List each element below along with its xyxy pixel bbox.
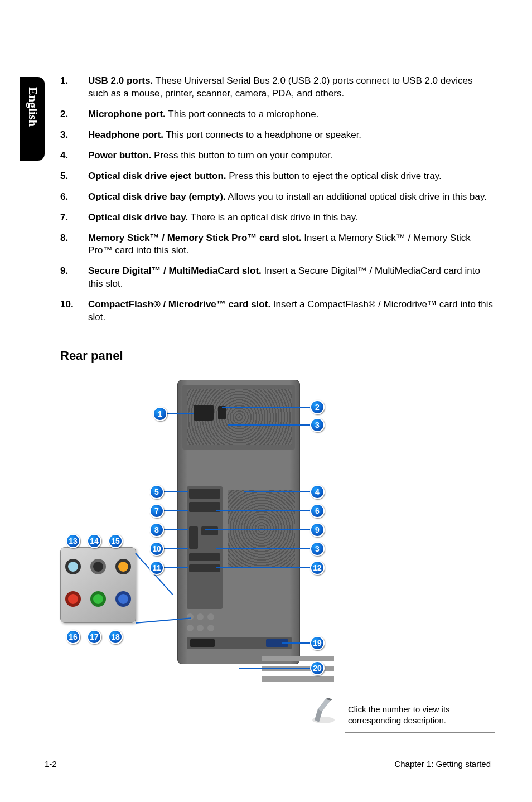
chapter-title: Chapter 1: Getting started	[394, 759, 491, 769]
list-item: 7.Optical disk drive bay. There is an op…	[60, 211, 495, 224]
item-number: 2.	[60, 108, 88, 121]
callout-leader	[164, 548, 188, 549]
callout-20[interactable]: 20	[310, 661, 325, 675]
usb-ports-icon	[189, 553, 220, 561]
language-tab: English	[20, 77, 45, 161]
callout-9[interactable]: 9	[310, 523, 325, 537]
item-number: 3.	[60, 129, 88, 142]
hdmi-port-icon	[201, 526, 218, 535]
audio-jack-lineout-icon	[90, 591, 106, 607]
callout-leader	[239, 668, 311, 669]
callout-leader	[282, 642, 310, 644]
list-item: 9.Secure Digital™ / MultiMediaCard slot.…	[60, 265, 495, 291]
callout-leader	[228, 424, 310, 426]
callout-2[interactable]: 2	[310, 400, 325, 414]
item-text: Secure Digital™ / MultiMediaCard slot. I…	[88, 265, 495, 291]
callout-17[interactable]: 17	[87, 630, 101, 644]
callout-leader	[166, 413, 194, 414]
audio-jack-center-sub-icon	[115, 559, 131, 574]
callout-12[interactable]: 12	[310, 561, 325, 575]
callout-leader	[164, 510, 188, 511]
callout-8[interactable]: 8	[149, 523, 164, 537]
callout-3b[interactable]: 3	[310, 542, 325, 556]
callout-leader	[216, 548, 310, 549]
callout-13[interactable]: 13	[66, 534, 80, 548]
list-item: 6.Optical disk drive bay (empty). Allows…	[60, 191, 495, 204]
audio-jack-mic-icon	[65, 591, 81, 607]
note-text: Click the number to view its correspondi…	[345, 698, 495, 733]
list-item: 2.Microphone port. This port connects to…	[60, 108, 495, 121]
item-number: 10.	[60, 298, 88, 324]
item-number: 5.	[60, 170, 88, 183]
callout-16[interactable]: 16	[66, 630, 80, 644]
svg-marker-2	[318, 699, 330, 711]
item-text: Optical disk drive eject button. Press t…	[88, 170, 495, 183]
callout-leader	[164, 567, 188, 568]
list-item: 4.Power button. Press this button to tur…	[60, 149, 495, 162]
callout-leader	[205, 529, 310, 530]
lan-port-icon	[189, 564, 220, 572]
page-number: 1-2	[45, 759, 57, 769]
callout-5[interactable]: 5	[149, 485, 164, 499]
callout-leader	[216, 510, 310, 511]
callout-6[interactable]: 6	[310, 504, 325, 518]
item-number: 8.	[60, 232, 88, 258]
callout-14[interactable]: 14	[87, 534, 101, 548]
item-number: 1.	[60, 75, 88, 100]
callout-3[interactable]: 3	[310, 418, 325, 432]
item-text: CompactFlash® / Microdrive™ card slot. I…	[88, 298, 495, 324]
item-text: USB 2.0 ports. These Universal Serial Bu…	[88, 75, 495, 100]
language-tab-label: English	[26, 87, 40, 127]
callout-7[interactable]: 7	[149, 504, 164, 518]
callout-4[interactable]: 4	[310, 485, 325, 499]
pencil-note-icon	[310, 698, 337, 724]
vga-port-icon	[189, 526, 198, 549]
list-item: 1.USB 2.0 ports. These Universal Serial …	[60, 75, 495, 100]
expansion-slot	[262, 676, 334, 682]
audio-closeup-panel	[60, 547, 136, 623]
item-text: Headphone port. This port connects to a …	[88, 129, 495, 142]
item-text: Memory Stick™ / Memory Stick Pro™ card s…	[88, 232, 495, 258]
graphics-card-bracket	[187, 637, 292, 649]
io-panel	[187, 486, 223, 609]
item-number: 7.	[60, 211, 88, 224]
ps2-port-icon	[189, 489, 220, 499]
audio-jack-side-speaker-icon	[65, 559, 81, 574]
callout-11[interactable]: 11	[149, 561, 164, 575]
item-number: 9.	[60, 265, 88, 291]
item-text: Optical disk drive bay (empty). Allows y…	[88, 191, 495, 204]
callout-leader	[164, 529, 188, 530]
dvi-port-icon	[189, 502, 220, 512]
audio-jack-rear-speaker-icon	[90, 559, 106, 574]
item-text: Power button. Press this button to turn …	[88, 149, 495, 162]
front-panel-list: 1.USB 2.0 ports. These Universal Serial …	[60, 75, 495, 324]
tower-illustration	[177, 380, 300, 664]
callout-1[interactable]: 1	[153, 407, 167, 421]
expansion-slot	[262, 656, 334, 661]
audio-port-cluster	[187, 613, 216, 634]
callout-15[interactable]: 15	[108, 534, 123, 548]
content-area: 1.USB 2.0 ports. These Universal Serial …	[60, 75, 495, 692]
callout-18[interactable]: 18	[108, 630, 123, 644]
page-footer: 1-2 Chapter 1: Getting started	[45, 759, 491, 769]
power-socket-icon	[194, 405, 214, 421]
vent-grill	[228, 490, 295, 568]
callout-leader	[222, 407, 310, 408]
page: English 1.USB 2.0 ports. These Universal…	[0, 0, 532, 802]
callout-leader	[244, 491, 310, 492]
callout-leader	[164, 491, 188, 492]
list-item: 3.Headphone port. This port connects to …	[60, 129, 495, 142]
callout-10[interactable]: 10	[149, 542, 164, 556]
rear-panel-diagram: 1 2 3 4 5 6 7 8 9 10 3 11 12 13 14 15 16…	[60, 380, 495, 692]
audio-jack-linein-icon	[115, 591, 131, 607]
list-item: 8.Memory Stick™ / Memory Stick Pro™ card…	[60, 232, 495, 258]
item-text: Microphone port. This port connects to a…	[88, 108, 495, 121]
callout-leader	[216, 567, 310, 568]
list-item: 5.Optical disk drive eject button. Press…	[60, 170, 495, 183]
item-text: Optical disk drive bay. There is an opti…	[88, 211, 495, 224]
callout-19[interactable]: 19	[310, 636, 325, 650]
rear-panel-heading: Rear panel	[60, 349, 495, 363]
item-number: 6.	[60, 191, 88, 204]
voltage-switch-icon	[218, 406, 226, 419]
list-item: 10.CompactFlash® / Microdrive™ card slot…	[60, 298, 495, 324]
